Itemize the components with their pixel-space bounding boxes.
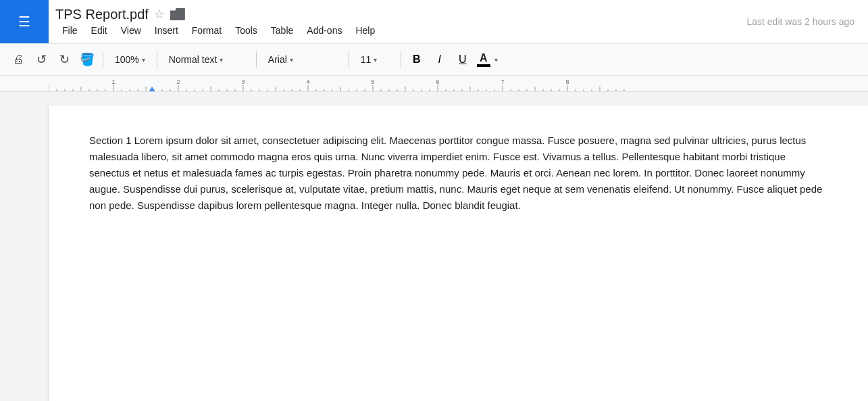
underline-icon: U <box>459 53 467 66</box>
menu-addons[interactable]: Add-ons <box>300 24 349 37</box>
menu-insert[interactable]: Insert <box>148 24 185 37</box>
toolbar: 🖨 ↺ ↻ 🪣 100% ▾ Normal text ▾ Arial ▾ 11 … <box>0 43 868 76</box>
document-area: Section 1 Lorem ipsum dolor sit amet, co… <box>0 92 868 401</box>
folder-icon[interactable] <box>170 8 185 20</box>
ruler <box>0 76 868 92</box>
font-family-dropdown[interactable]: Arial ▾ <box>262 51 343 68</box>
sidebar-button[interactable]: ☰ <box>0 0 49 43</box>
document-page: Section 1 Lorem ipsum dolor sit amet, co… <box>49 105 868 401</box>
menu-edit[interactable]: Edit <box>84 24 114 37</box>
last-edit-status: Last edit was 2 hours ago <box>746 16 868 27</box>
title-area: TPS Report.pdf ☆ File Edit View Insert F… <box>49 7 746 37</box>
font-family-value: Arial <box>268 54 287 65</box>
font-style-arrow: ▾ <box>220 56 223 64</box>
separator-4 <box>349 51 349 68</box>
print-button[interactable]: 🖨 <box>8 49 28 70</box>
font-size-value: 11 <box>361 54 372 65</box>
italic-icon: I <box>438 53 441 66</box>
redo-button[interactable]: ↻ <box>54 49 74 70</box>
zoom-arrow: ▾ <box>142 56 145 64</box>
bold-icon: B <box>413 53 421 66</box>
doc-title: TPS Report.pdf <box>55 7 149 22</box>
separator-3 <box>256 51 257 68</box>
hamburger-icon: ☰ <box>18 14 30 30</box>
menu-format[interactable]: Format <box>185 24 228 37</box>
ruler-canvas <box>49 76 868 92</box>
separator-5 <box>401 51 401 68</box>
menu-view[interactable]: View <box>114 24 148 37</box>
font-size-arrow: ▾ <box>374 56 377 64</box>
redo-icon: ↻ <box>59 52 70 67</box>
italic-button[interactable]: I <box>430 49 450 70</box>
undo-icon: ↺ <box>36 52 47 67</box>
menu-tools[interactable]: Tools <box>228 24 264 37</box>
document-content[interactable]: Section 1 Lorem ipsum dolor sit amet, co… <box>89 133 827 214</box>
doc-title-row: TPS Report.pdf ☆ <box>55 7 746 22</box>
font-color-bar <box>477 64 490 67</box>
font-color-arrow[interactable]: ▾ <box>494 56 498 64</box>
separator-1 <box>103 51 103 68</box>
font-style-value: Normal text <box>169 54 218 65</box>
separator-2 <box>157 51 157 68</box>
font-color-label: A <box>480 53 488 64</box>
font-color-button[interactable]: A <box>476 51 492 68</box>
underline-button[interactable]: U <box>453 49 473 70</box>
paint-format-button[interactable]: 🪣 <box>77 49 97 70</box>
zoom-dropdown[interactable]: 100% ▾ <box>109 51 151 68</box>
star-icon[interactable]: ☆ <box>154 7 165 22</box>
undo-button[interactable]: ↺ <box>31 49 51 70</box>
print-icon: 🖨 <box>13 53 24 66</box>
title-bar: ☰ TPS Report.pdf ☆ File Edit View Insert… <box>0 0 868 43</box>
menu-table[interactable]: Table <box>264 24 300 37</box>
zoom-value: 100% <box>115 54 139 65</box>
font-size-dropdown[interactable]: 11 ▾ <box>355 51 395 68</box>
bold-button[interactable]: B <box>407 49 427 70</box>
menu-help[interactable]: Help <box>349 24 382 37</box>
menu-file[interactable]: File <box>55 24 84 37</box>
menu-bar: File Edit View Insert Format Tools Table… <box>55 24 746 37</box>
paint-format-icon: 🪣 <box>80 52 95 67</box>
font-style-dropdown[interactable]: Normal text ▾ <box>163 51 251 68</box>
font-family-arrow: ▾ <box>290 56 293 64</box>
